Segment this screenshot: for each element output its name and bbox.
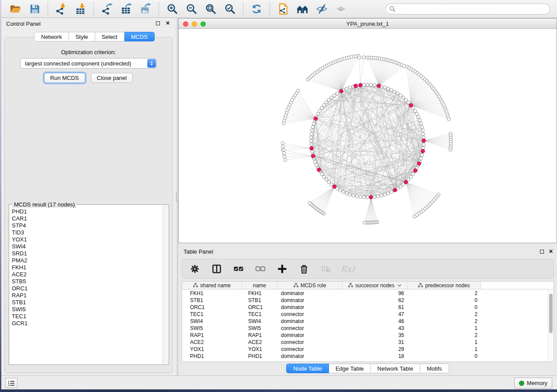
column-header-predecessor-nodes[interactable]: predecessor nodes bbox=[408, 282, 481, 289]
close-panel-button[interactable]: Close panel bbox=[91, 73, 133, 83]
table-cell: connector bbox=[277, 346, 343, 353]
mcds-result-item[interactable]: STB1 bbox=[12, 299, 163, 306]
tab-edge-table[interactable]: Edge Table bbox=[329, 364, 371, 373]
desktop: Control Panel ✕ NetworkStyleSelectMCDS O… bbox=[0, 0, 557, 392]
column-header-name[interactable]: name bbox=[242, 282, 277, 289]
deselect-all-icon[interactable] bbox=[255, 264, 266, 274]
memory-button[interactable]: Memory bbox=[514, 378, 552, 389]
cytoscape-window: Control Panel ✕ NetworkStyleSelectMCDS O… bbox=[1, 0, 557, 389]
float-panel-icon[interactable] bbox=[156, 21, 160, 25]
table-cell: dominator bbox=[277, 318, 343, 325]
table-body: FKH1FKH1dominator962STB1STB1dominator620… bbox=[182, 290, 548, 361]
table-cell: RAP1 bbox=[242, 332, 277, 339]
mcds-result-list: PHD1CAR1STP4TID3YOX1SWI4SRD1PMA2FKH1ACE2… bbox=[10, 208, 163, 364]
open-file-icon[interactable] bbox=[8, 2, 22, 16]
table-row[interactable]: ACE2ACE2connector311 bbox=[182, 339, 548, 346]
table-cell: 61 bbox=[343, 304, 408, 311]
table-panel: Table Panel ✕ f(x) shared namenameMCDS r… bbox=[178, 247, 557, 375]
mcds-result-item[interactable]: SWI5 bbox=[12, 306, 163, 313]
control-panel-header: Control Panel ✕ bbox=[1, 18, 176, 29]
tab-motifs[interactable]: Motifs bbox=[420, 364, 449, 373]
import-network-icon[interactable] bbox=[54, 2, 68, 16]
mcds-result-item[interactable]: YOX1 bbox=[12, 236, 163, 243]
delete-row-icon[interactable] bbox=[298, 264, 310, 274]
mcds-result-item[interactable]: PHD1 bbox=[12, 208, 163, 215]
table-cell: 47 bbox=[343, 311, 408, 318]
network-graph-svg[interactable] bbox=[179, 29, 557, 243]
table-row[interactable]: YOX1YOX1connector291 bbox=[182, 346, 548, 353]
table-row[interactable]: SWI5SWI5connector431 bbox=[182, 325, 548, 332]
toolbar-separator bbox=[159, 2, 159, 15]
zoom-out-icon[interactable] bbox=[184, 2, 198, 16]
table-row[interactable]: SWI4SWI4dominator462 bbox=[182, 318, 548, 325]
select-all-icon[interactable] bbox=[233, 264, 244, 274]
table-row[interactable]: STB1STB1dominator620 bbox=[182, 297, 548, 304]
mcds-result-item[interactable]: ACE2 bbox=[12, 271, 163, 278]
mcds-result-item[interactable]: ORC1 bbox=[12, 285, 163, 292]
add-row-icon[interactable] bbox=[277, 264, 288, 274]
save-session-icon[interactable] bbox=[28, 2, 42, 16]
mcds-result-item[interactable]: STP4 bbox=[12, 222, 163, 229]
import-table-icon[interactable] bbox=[73, 2, 87, 16]
zoom-selected-icon[interactable] bbox=[223, 2, 237, 16]
table-row[interactable]: PHD1PHD1dominator180 bbox=[182, 353, 548, 360]
table-row[interactable]: TEC1TEC1connector472 bbox=[182, 311, 548, 318]
first-neighbors-icon[interactable] bbox=[295, 2, 309, 16]
search-input[interactable] bbox=[385, 3, 550, 14]
table-scrollbar-thumb[interactable] bbox=[549, 294, 553, 333]
table-row[interactable]: ORC1ORC1dominator610 bbox=[182, 304, 548, 311]
mcds-result-scrollbar[interactable] bbox=[163, 205, 168, 364]
show-columns-icon[interactable] bbox=[211, 264, 222, 274]
mcds-result-item[interactable]: SWI4 bbox=[12, 243, 163, 250]
table-cell: 2 bbox=[408, 290, 481, 297]
close-panel-icon[interactable]: ✕ bbox=[549, 248, 553, 254]
settings-gear-icon[interactable] bbox=[189, 264, 201, 274]
tab-style[interactable]: Style bbox=[69, 32, 95, 41]
tab-mcds[interactable]: MCDS bbox=[125, 32, 155, 41]
table-cell: 1 bbox=[408, 346, 481, 353]
table-cell: 96 bbox=[343, 290, 408, 297]
mcds-result-item[interactable]: RAP1 bbox=[12, 292, 163, 299]
task-history-button[interactable] bbox=[5, 378, 17, 388]
mcds-result-item[interactable]: GCR1 bbox=[12, 320, 163, 327]
search-box bbox=[385, 3, 550, 14]
export-network-icon[interactable] bbox=[100, 2, 114, 16]
mcds-result-item[interactable]: SRD1 bbox=[12, 250, 163, 257]
tab-network-table[interactable]: Network Table bbox=[371, 364, 420, 373]
mcds-result-item[interactable]: TEC1 bbox=[12, 313, 163, 320]
float-panel-icon[interactable] bbox=[540, 250, 544, 254]
refresh-icon[interactable] bbox=[249, 2, 263, 16]
column-header-shared-name[interactable]: shared name bbox=[182, 282, 242, 289]
network-column-icon bbox=[348, 283, 353, 288]
run-mcds-button[interactable]: Run MCDS bbox=[44, 73, 85, 83]
mcds-result-item[interactable]: FKH1 bbox=[12, 264, 163, 271]
export-image-icon[interactable] bbox=[138, 2, 152, 16]
column-header-successor-nodes[interactable]: successor nodes bbox=[343, 282, 408, 289]
zoom-in-icon[interactable] bbox=[165, 2, 179, 16]
hide-selected-icon[interactable] bbox=[315, 2, 329, 16]
tab-node-table[interactable]: Node Table bbox=[286, 364, 329, 373]
list-icon bbox=[8, 380, 15, 386]
table-cell: 0 bbox=[408, 353, 481, 360]
table-row[interactable]: RAP1RAP1dominator352 bbox=[182, 332, 548, 339]
table-scrollbar[interactable] bbox=[548, 290, 554, 361]
tab-network[interactable]: Network bbox=[34, 32, 69, 41]
tab-select[interactable]: Select bbox=[95, 32, 125, 41]
table-cell: ORC1 bbox=[182, 304, 242, 311]
table-row[interactable]: FKH1FKH1dominator962 bbox=[182, 290, 548, 297]
export-table-icon[interactable] bbox=[119, 2, 133, 16]
criterion-select[interactable]: largest connected component (undirected)… bbox=[20, 58, 157, 69]
mcds-result-item[interactable]: TID3 bbox=[12, 229, 163, 236]
mcds-result-item[interactable]: STB5 bbox=[12, 278, 163, 285]
column-header-MCDS-role[interactable]: MCDS role bbox=[277, 282, 343, 289]
table-cell: dominator bbox=[277, 304, 343, 311]
delete-table-icon bbox=[320, 264, 332, 274]
mcds-result-item[interactable]: PMA2 bbox=[12, 257, 163, 264]
close-panel-icon[interactable]: ✕ bbox=[166, 20, 170, 26]
zoom-fit-icon[interactable] bbox=[204, 2, 218, 16]
network-window-titlebar[interactable]: YPA_prune.txt_1 bbox=[179, 19, 557, 29]
table-cell: 2 bbox=[408, 332, 481, 339]
mcds-result-item[interactable]: CAR1 bbox=[12, 215, 163, 222]
network-canvas[interactable] bbox=[179, 29, 557, 243]
new-network-from-selection-icon[interactable] bbox=[276, 2, 290, 16]
